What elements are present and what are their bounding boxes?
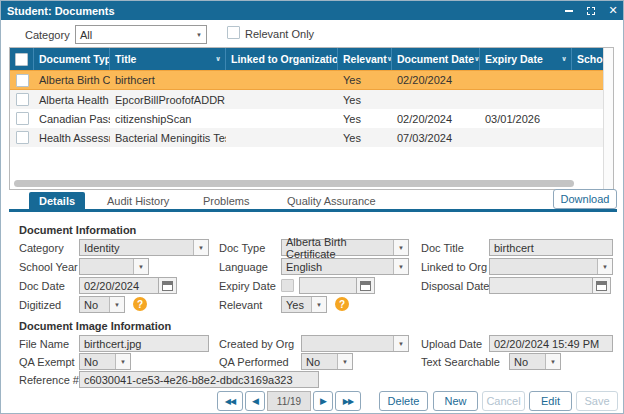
tab-audit-history[interactable]: Audit History bbox=[97, 192, 179, 209]
cell-title: citizenshipScan bbox=[110, 109, 226, 128]
cancel-button[interactable]: Cancel bbox=[482, 391, 525, 411]
cell-title: EpcorBillProofofADDR bbox=[110, 90, 226, 109]
school-year-select[interactable]: ▼ bbox=[79, 258, 149, 275]
select-all-checkbox[interactable] bbox=[15, 53, 28, 66]
expiry-date-calendar-button[interactable] bbox=[357, 277, 375, 294]
table-row[interactable]: Health Assessment Bacterial Meningitis T… bbox=[10, 128, 603, 147]
doc-date-field[interactable]: 02/20/2024 bbox=[79, 277, 159, 294]
column-header-school[interactable]: School bbox=[572, 48, 603, 70]
disposal-date-calendar-button[interactable] bbox=[593, 277, 611, 294]
cell-document-type: Canadian Passport bbox=[34, 109, 110, 128]
relevant-help-icon[interactable]: ? bbox=[335, 297, 349, 311]
expiry-date-field[interactable] bbox=[299, 277, 357, 294]
language-select[interactable]: English ▼ bbox=[281, 258, 409, 275]
delete-button[interactable]: Delete bbox=[379, 391, 428, 411]
row-checkbox[interactable] bbox=[16, 74, 29, 87]
linked-to-org-select[interactable]: ▼ bbox=[489, 258, 613, 275]
new-button[interactable]: New bbox=[433, 391, 478, 411]
text-searchable-label: Text Searchable bbox=[421, 356, 500, 368]
reference-field[interactable]: c6030041-ce53-4e26-b8e2-dbdc3169a323 bbox=[79, 371, 319, 388]
table-row[interactable]: Alberta Health Card EpcorBillProofofADDR… bbox=[10, 90, 603, 109]
doc-type-select[interactable]: Alberta Birth Certificate ▼ bbox=[281, 239, 409, 256]
cell-relevant: Yes bbox=[338, 90, 392, 109]
qa-exempt-select[interactable]: No ▼ bbox=[79, 353, 131, 370]
qa-performed-select[interactable]: No ▼ bbox=[301, 353, 353, 370]
created-by-org-label: Created by Org bbox=[219, 338, 294, 350]
cell-document-date: 07/03/2024 bbox=[392, 128, 480, 147]
relevant-only-checkbox[interactable] bbox=[227, 26, 240, 39]
category-select[interactable]: All ▼ bbox=[75, 25, 207, 44]
file-name-field[interactable]: birthcert.jpg bbox=[79, 335, 209, 352]
category-field-select[interactable]: Identity ▼ bbox=[79, 239, 209, 256]
language-label: Language bbox=[219, 261, 268, 273]
previous-record-button[interactable]: ◀ bbox=[245, 391, 265, 411]
next-record-button[interactable]: ▶ bbox=[313, 391, 333, 411]
maximize-icon[interactable] bbox=[585, 5, 597, 17]
doc-date-calendar-button[interactable] bbox=[159, 277, 177, 294]
vertical-scrollbar[interactable] bbox=[603, 48, 613, 189]
first-record-button[interactable]: ◀◀ bbox=[217, 391, 243, 411]
created-by-org-select[interactable]: ▼ bbox=[301, 335, 409, 352]
digitized-select[interactable]: No ▼ bbox=[79, 296, 125, 313]
cell-school bbox=[572, 109, 603, 128]
digitized-help-icon[interactable]: ? bbox=[133, 297, 147, 311]
row-checkbox[interactable] bbox=[16, 112, 29, 125]
table-row[interactable]: Canadian Passport citizenshipScan Yes 02… bbox=[10, 109, 603, 128]
cell-document-type: Health Assessment bbox=[34, 128, 110, 147]
cell-school bbox=[572, 128, 603, 147]
text-searchable-select[interactable]: No ▼ bbox=[509, 353, 561, 370]
cell-document-date: 02/20/2024 bbox=[392, 71, 480, 89]
edit-button[interactable]: Edit bbox=[529, 391, 572, 411]
cell-expiry-date bbox=[480, 71, 572, 89]
row-checkbox[interactable] bbox=[16, 131, 29, 144]
column-header-document-date[interactable]: Document Date∨ bbox=[392, 48, 480, 70]
save-button[interactable]: Save bbox=[576, 391, 618, 411]
doc-title-field[interactable]: birthcert bbox=[489, 239, 613, 256]
horizontal-scrollbar[interactable] bbox=[14, 180, 574, 187]
column-header-linked-to-organization[interactable]: Linked to Organization∨ bbox=[226, 48, 338, 70]
column-header-document-type[interactable]: Document Type∨ bbox=[34, 48, 110, 70]
chevron-down-icon: ▼ bbox=[109, 297, 124, 312]
cell-expiry-date bbox=[480, 90, 572, 109]
cell-linked-to-organization bbox=[226, 128, 338, 147]
row-checkbox[interactable] bbox=[16, 93, 29, 106]
qa-performed-label: QA Performed bbox=[219, 356, 289, 368]
tab-problems[interactable]: Problems bbox=[193, 192, 259, 209]
download-button[interactable]: Download bbox=[553, 189, 617, 209]
qa-exempt-label: QA Exempt bbox=[19, 356, 75, 368]
category-label: Category bbox=[25, 29, 70, 41]
minimize-icon[interactable] bbox=[563, 5, 575, 17]
table-row[interactable]: Alberta Birth Certi... birthcert Yes 02/… bbox=[10, 70, 603, 90]
chevron-down-icon: ▼ bbox=[393, 240, 408, 255]
upload-date-field[interactable]: 02/20/2024 15:49 PM bbox=[489, 335, 613, 352]
expiry-date-checkbox[interactable] bbox=[281, 279, 294, 292]
cell-school bbox=[572, 90, 603, 109]
document-image-information-heading: Document Image Information bbox=[19, 320, 171, 332]
close-icon[interactable]: ✕ bbox=[607, 5, 619, 17]
cell-document-type: Alberta Birth Certi... bbox=[34, 71, 110, 89]
relevant-only-label: Relevant Only bbox=[245, 28, 314, 40]
disposal-date-label: Disposal Date bbox=[421, 280, 489, 292]
tab-details[interactable]: Details bbox=[29, 192, 85, 209]
relevant-select[interactable]: Yes ▼ bbox=[281, 296, 327, 313]
digitized-label: Digitized bbox=[19, 299, 61, 311]
last-record-button[interactable]: ▶▶ bbox=[335, 391, 361, 411]
column-header-title[interactable]: Title∨ bbox=[110, 48, 226, 70]
column-header-expiry-date[interactable]: Expiry Date∨ bbox=[480, 48, 572, 70]
doc-title-label: Doc Title bbox=[421, 242, 464, 254]
tab-quality-assurance[interactable]: Quality Assurance bbox=[277, 192, 386, 209]
linked-to-org-label: Linked to Org bbox=[421, 261, 487, 273]
cell-title: birthcert bbox=[110, 71, 226, 89]
sort-chevron-icon: ∨ bbox=[561, 55, 571, 63]
chevron-down-icon: ▼ bbox=[597, 259, 612, 274]
school-year-label: School Year bbox=[19, 261, 78, 273]
disposal-date-field[interactable] bbox=[489, 277, 593, 294]
reference-label: Reference # bbox=[19, 374, 79, 386]
documents-table: Document Type∨ Title∨ Linked to Organiza… bbox=[9, 47, 614, 190]
chevron-down-icon: ▼ bbox=[192, 32, 206, 38]
relevant-label: Relevant bbox=[219, 299, 262, 311]
record-position-field[interactable]: 11/19 bbox=[267, 391, 311, 411]
column-header-relevant[interactable]: Relevant∨ bbox=[338, 48, 392, 70]
cell-relevant: Yes bbox=[338, 71, 392, 89]
tab-underline bbox=[9, 209, 617, 212]
